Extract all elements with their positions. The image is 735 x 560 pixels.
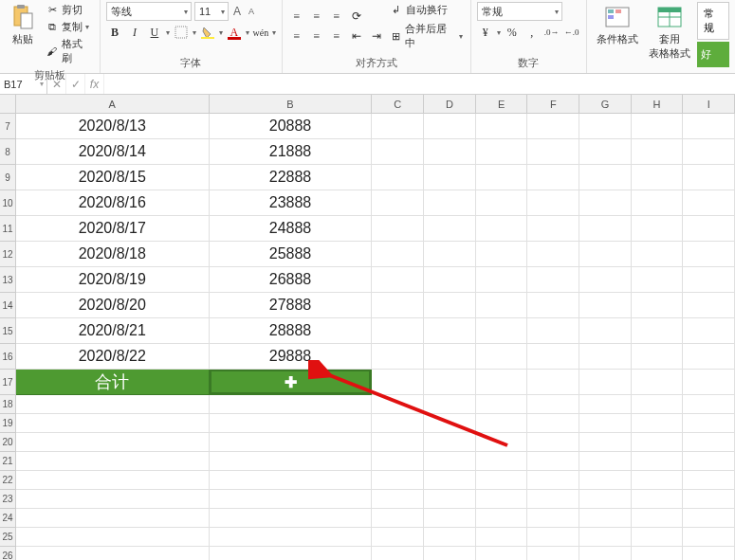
cell[interactable] <box>476 490 528 509</box>
cell[interactable] <box>372 452 424 471</box>
cell[interactable]: 2020/8/15 <box>16 165 210 190</box>
cell[interactable] <box>683 452 735 471</box>
cell[interactable] <box>476 547 528 560</box>
cell[interactable] <box>579 471 632 490</box>
fx-button[interactable]: fx <box>85 74 104 94</box>
cell[interactable] <box>476 242 528 267</box>
number-format-combo[interactable]: 常规 <box>477 2 562 21</box>
cell[interactable] <box>579 433 632 452</box>
font-name-combo[interactable]: 等线 <box>106 2 192 21</box>
cell[interactable] <box>424 318 476 344</box>
cell[interactable] <box>683 528 735 547</box>
align-bottom-icon[interactable]: ≡ <box>328 9 345 26</box>
cell[interactable] <box>527 471 579 490</box>
cell[interactable] <box>527 547 579 560</box>
cell[interactable] <box>632 190 684 216</box>
cell[interactable] <box>527 509 579 528</box>
cell[interactable] <box>372 318 424 344</box>
cell[interactable] <box>579 452 632 471</box>
cancel-formula-icon[interactable]: ✕ <box>47 74 66 94</box>
align-top-icon[interactable]: ≡ <box>288 9 305 26</box>
cell[interactable] <box>683 414 735 433</box>
cell[interactable] <box>579 414 632 433</box>
col-header[interactable]: C <box>372 95 424 114</box>
row-header[interactable]: 18 <box>0 395 16 414</box>
cell[interactable] <box>683 318 735 344</box>
currency-button[interactable]: ¥ <box>477 24 494 41</box>
chevron-down-icon[interactable]: ▾ <box>246 28 249 37</box>
cell[interactable] <box>579 267 632 293</box>
cell[interactable] <box>16 509 210 528</box>
col-header[interactable]: I <box>683 95 735 114</box>
cell[interactable] <box>424 528 476 547</box>
row-header[interactable]: 26 <box>0 547 16 560</box>
cell[interactable] <box>683 242 735 267</box>
cell[interactable] <box>372 293 424 318</box>
cell[interactable] <box>632 242 684 267</box>
cell[interactable] <box>527 139 579 165</box>
format-painter-button[interactable]: 🖌 格式刷 <box>44 36 94 66</box>
cell[interactable] <box>372 344 424 370</box>
cell[interactable] <box>210 452 373 471</box>
cell[interactable] <box>632 490 684 509</box>
cell[interactable] <box>632 433 684 452</box>
cell[interactable]: 20888 <box>210 114 373 139</box>
cell[interactable]: 22888 <box>210 165 373 190</box>
cell[interactable] <box>683 114 735 139</box>
cell[interactable] <box>424 165 476 190</box>
col-header[interactable]: E <box>476 95 528 114</box>
cell[interactable] <box>16 471 210 490</box>
cell[interactable] <box>527 267 579 293</box>
cell[interactable] <box>527 242 579 267</box>
cell[interactable]: 2020/8/16 <box>16 190 210 216</box>
orientation-button[interactable]: ⟳ <box>348 9 365 26</box>
cell[interactable] <box>424 433 476 452</box>
cell[interactable] <box>476 139 528 165</box>
chevron-down-icon[interactable]: ▾ <box>166 28 170 37</box>
row-header[interactable]: 7 <box>0 114 16 139</box>
cell[interactable] <box>579 190 632 216</box>
cell[interactable] <box>210 547 373 560</box>
font-color-button[interactable]: A <box>226 24 243 41</box>
cell[interactable] <box>476 395 528 414</box>
cell[interactable] <box>16 395 210 414</box>
cell[interactable] <box>527 216 579 242</box>
percent-button[interactable]: % <box>504 24 521 41</box>
cell[interactable] <box>632 509 684 528</box>
cell[interactable] <box>683 293 735 318</box>
cell[interactable] <box>683 471 735 490</box>
indent-inc-icon[interactable]: ⇥ <box>368 28 385 45</box>
cell[interactable] <box>683 165 735 190</box>
cell[interactable] <box>372 190 424 216</box>
cell[interactable] <box>424 370 476 395</box>
cell[interactable] <box>527 370 579 395</box>
table-format-button[interactable]: 套用 表格格式 <box>645 2 694 63</box>
cell[interactable] <box>424 242 476 267</box>
cell[interactable]: 2020/8/20 <box>16 293 210 318</box>
cell[interactable] <box>683 344 735 370</box>
col-header[interactable]: G <box>579 95 632 114</box>
conditional-format-button[interactable]: 条件格式 <box>593 2 642 48</box>
cell[interactable] <box>424 139 476 165</box>
cell[interactable] <box>476 267 528 293</box>
cell[interactable] <box>632 471 684 490</box>
cell[interactable]: 2020/8/18 <box>16 242 210 267</box>
paste-button[interactable]: 粘贴 <box>6 2 40 48</box>
cell[interactable]: 26888 <box>210 267 373 293</box>
cell[interactable] <box>683 267 735 293</box>
cell[interactable] <box>632 139 684 165</box>
border-button[interactable] <box>173 24 190 41</box>
cell[interactable] <box>683 490 735 509</box>
cell[interactable] <box>527 318 579 344</box>
cell[interactable] <box>632 267 684 293</box>
cell[interactable] <box>579 242 632 267</box>
cell[interactable] <box>527 414 579 433</box>
cell[interactable] <box>372 471 424 490</box>
col-header[interactable]: F <box>527 95 579 114</box>
cell[interactable] <box>424 293 476 318</box>
cell[interactable] <box>424 216 476 242</box>
align-middle-icon[interactable]: ≡ <box>308 9 325 26</box>
cell[interactable]: 24888 <box>210 216 373 242</box>
cell[interactable]: 2020/8/22 <box>16 344 210 370</box>
cell[interactable] <box>476 318 528 344</box>
